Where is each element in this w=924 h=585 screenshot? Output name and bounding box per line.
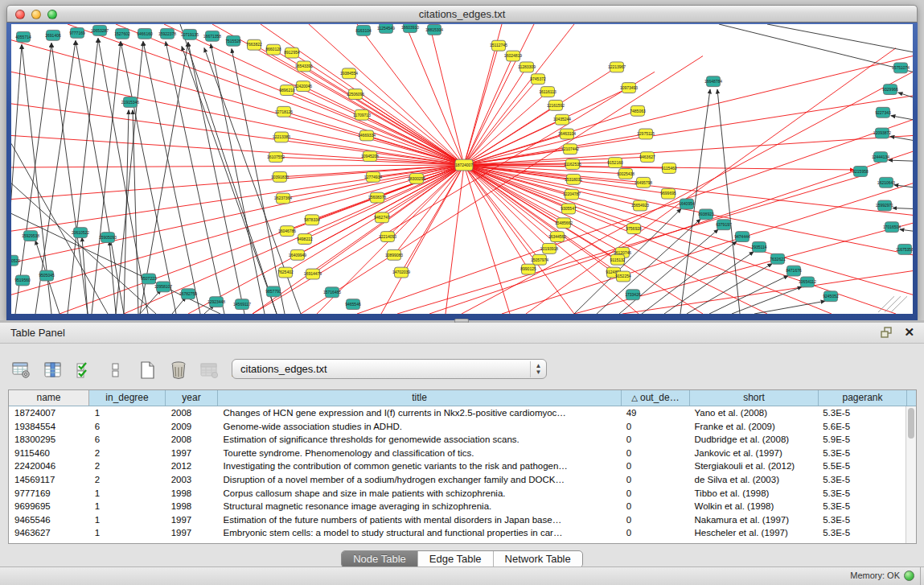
graph-node[interactable]: 11675358	[896, 244, 913, 254]
tab-edge-table[interactable]: Edge Table	[418, 551, 494, 567]
table-row[interactable]: 1938455462009Genome-wide association stu…	[9, 420, 906, 434]
graph-node[interactable]: 8163104	[355, 25, 372, 35]
graph-node[interactable]: 15992971	[876, 200, 893, 211]
table-cell[interactable]: Changes of HCN gene expression and I(f) …	[218, 406, 621, 420]
graph-node[interactable]: 10973493	[620, 83, 638, 93]
table-row[interactable]: 946554611997Estimation of the future num…	[9, 513, 906, 527]
graph-node[interactable]: 15716485	[323, 287, 341, 298]
graph-node[interactable]: 16409949	[289, 249, 306, 260]
graph-node[interactable]: 9152160	[607, 158, 623, 168]
table-cell[interactable]: Tibbo et al. (1998)	[688, 487, 817, 501]
column-chooser-icon[interactable]	[43, 360, 64, 381]
graph-node[interactable]: 11162536	[564, 159, 581, 170]
table-cell[interactable]: 9465546	[9, 513, 89, 527]
table-cell[interactable]: Franke et al. (2009)	[688, 420, 817, 434]
table-cell[interactable]: Tourette syndrome. Phenomenology and cla…	[218, 447, 621, 460]
graph-node[interactable]: 9498222	[297, 234, 313, 245]
table-cell[interactable]: 14569117	[9, 473, 89, 487]
graph-node[interactable]: 10654112	[799, 277, 816, 287]
graph-node[interactable]: 16210643	[877, 177, 895, 187]
graph-node[interactable]: 18300295	[408, 173, 425, 183]
graph-node[interactable]: 12506096	[347, 89, 364, 100]
window-titlebar[interactable]: citations_edges.txt	[6, 5, 918, 23]
table-cell[interactable]: 0	[621, 526, 689, 540]
table-row[interactable]: 977716911998Corpus callosum shape and si…	[9, 487, 906, 501]
graph-node[interactable]: 8471676	[786, 266, 802, 276]
table-row[interactable]: 1830029562008Estimation of significance …	[9, 433, 906, 447]
graph-node[interactable]: 9896210	[279, 85, 295, 96]
graph-node[interactable]: 9505045	[39, 270, 55, 281]
graph-node[interactable]: 7515526	[225, 35, 241, 46]
graph-node[interactable]: 2691406	[45, 30, 61, 40]
table-cell[interactable]: 2008	[166, 433, 218, 447]
table-cell[interactable]: 1998	[166, 487, 218, 501]
table-cell[interactable]: 9115460	[9, 447, 89, 460]
graph-node[interactable]: 16495798	[634, 177, 652, 187]
graph-node[interactable]: 9777169	[69, 27, 85, 38]
table-cell[interactable]: 1	[89, 487, 166, 501]
graph-node[interactable]: 7625402	[277, 267, 294, 278]
table-cell[interactable]: 22420046	[9, 459, 89, 473]
table-cell[interactable]: 1997	[166, 513, 218, 527]
graph-node[interactable]: 15318031	[565, 174, 582, 184]
graph-node[interactable]: 26260520	[11, 255, 20, 266]
graph-node[interactable]: 12214093	[379, 232, 396, 242]
table-cell[interactable]: Wolkin et al. (1998)	[688, 500, 817, 513]
deselect-icon[interactable]	[105, 360, 126, 381]
table-row[interactable]: 1456911722003Disruption of a novel membe…	[9, 473, 906, 487]
graph-node[interactable]: 1527602	[114, 28, 130, 39]
graph-node[interactable]: 8215958	[852, 167, 869, 177]
table-cell[interactable]: 0	[621, 447, 689, 460]
graph-node[interactable]: 15485662	[555, 218, 573, 229]
delete-trash-icon[interactable]	[168, 360, 189, 381]
graph-node[interactable]: 16671358	[203, 31, 221, 41]
graph-node[interactable]: 9305547	[561, 204, 577, 214]
table-cell[interactable]: 9699695	[9, 500, 89, 513]
graph-node[interactable]: 21915346	[121, 97, 139, 107]
table-cell[interactable]: Yano et al. (2008)	[688, 406, 817, 420]
minimize-button[interactable]	[31, 10, 41, 19]
graph-node[interactable]: 9115460	[661, 163, 676, 174]
graph-node[interactable]: 15112745	[490, 40, 507, 51]
graph-node[interactable]: 15751074	[892, 63, 910, 73]
graph-node[interactable]: 10435244	[553, 114, 571, 125]
graph-node[interactable]: 12213383	[273, 132, 290, 142]
graph-node[interactable]: 6379197	[716, 220, 732, 230]
column-header-in-degree[interactable]: in_degree	[89, 390, 166, 406]
table-cell[interactable]: 2008	[166, 406, 218, 420]
table-cell[interactable]: 5.3E-5	[817, 500, 906, 513]
close-button[interactable]	[15, 10, 25, 19]
table-row[interactable]: 1872400712008Changes of HCN gene express…	[9, 406, 906, 420]
graph-node[interactable]: 19384554	[340, 68, 358, 79]
select-all-icon[interactable]	[74, 360, 95, 381]
table-cell[interactable]: 1	[89, 406, 166, 420]
graph-node[interactable]: 12718126	[275, 106, 293, 117]
table-cell[interactable]: 19384554	[9, 420, 89, 434]
graph-node[interactable]: 10945206	[361, 151, 379, 162]
graph-node[interactable]: 10025438	[617, 169, 634, 179]
table-cell[interactable]: 5.3E-5	[817, 406, 906, 420]
scrollbar-thumb[interactable]	[908, 408, 914, 439]
graph-node[interactable]: 9756928	[626, 224, 642, 234]
graph-node[interactable]: 12774934	[364, 171, 382, 182]
graph-node[interactable]: 12204787	[563, 189, 581, 200]
graph-node[interactable]: 9519560	[14, 275, 31, 286]
table-row[interactable]: 2242004622012Investigating the contribut…	[9, 459, 906, 473]
table-cell[interactable]: Stergiakouli et al. (2012)	[688, 459, 817, 473]
column-header-short[interactable]: short	[690, 390, 819, 406]
table-cell[interactable]: 1	[89, 513, 166, 527]
graph-node[interactable]: 12975115	[637, 129, 655, 139]
graph-node[interactable]: 9227343	[875, 107, 891, 117]
table-cell[interactable]: Disruption of a novel member of a sodium…	[218, 473, 621, 487]
table-cell[interactable]: 1	[89, 526, 166, 540]
graph-node[interactable]: 9699695	[660, 188, 676, 199]
table-cell[interactable]: 9463627	[9, 526, 89, 540]
graph-node[interactable]: 11709713	[353, 109, 371, 120]
column-header-out-de-[interactable]: △out_de…	[622, 390, 690, 406]
graph-node[interactable]: 14702039	[392, 267, 410, 278]
graph-node[interactable]: 20610522	[72, 228, 89, 238]
graph-node[interactable]: 2935114	[751, 241, 766, 252]
vertical-scrollbar[interactable]	[906, 406, 916, 543]
float-panel-icon[interactable]	[881, 327, 893, 338]
graph-node[interactable]: 11254549	[377, 24, 395, 33]
